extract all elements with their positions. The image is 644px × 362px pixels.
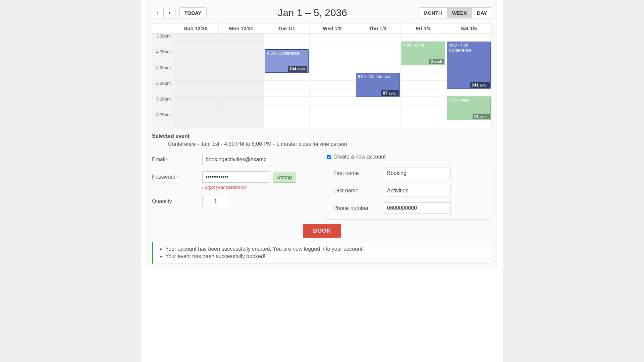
success-messages: Your account has been successfully creat…	[152, 242, 492, 264]
event-conference-thu[interactable]: 6:00 - Conference 87 avail.	[356, 73, 400, 97]
event-title: Conference	[449, 48, 489, 53]
day-col-thu[interactable]: 6:00 - Conference 87 avail.	[355, 34, 401, 128]
last-name-field[interactable]	[384, 185, 451, 196]
event-availability: 11 avail.	[473, 114, 490, 119]
phone-field[interactable]	[384, 202, 451, 214]
event-label: 6:00 - Conference	[358, 74, 390, 79]
hour-label: 7:30pm	[152, 97, 173, 112]
event-label: 7:30 - Wine	[449, 98, 469, 103]
calendar-grid: Sun 12/30 Mon 12/31 Tue 1/1 Wed 1/2 Thu …	[152, 23, 492, 128]
view-month-button[interactable]: MONTH	[419, 7, 447, 18]
phone-label: Phone number	[333, 205, 380, 211]
view-week-button[interactable]: WEEK	[447, 7, 472, 18]
day-header: Fri 1/4	[401, 23, 446, 33]
hour-label: 6:30pm	[152, 81, 173, 97]
day-header: Tue 1/1	[264, 23, 310, 33]
calendar-toolbar: ‹ › TODAY Jan 1 – 5, 2036 MONTH WEEK DAY	[152, 4, 492, 23]
next-button[interactable]: ›	[164, 7, 175, 18]
day-col-sun[interactable]	[173, 34, 219, 128]
selected-event-section: Selected event Conference - Jan, 1st - 4…	[152, 128, 492, 147]
event-wine-fri[interactable]: 4:00 - Wine 2 avail.	[401, 42, 445, 65]
day-col-fri[interactable]: 4:00 - Wine 2 avail.	[401, 34, 446, 128]
day-col-tue[interactable]: 4:30 - Conference 194 avail.	[264, 34, 310, 128]
day-header: Sun 12/30	[173, 23, 219, 33]
password-strength: Strong	[273, 172, 296, 183]
create-account-label: Create a new account	[333, 154, 386, 160]
create-account-checkbox[interactable]	[327, 155, 331, 159]
hour-label: 4:30pm	[152, 49, 173, 65]
new-account-box: First name Last name Phone number	[327, 162, 492, 220]
event-wine-sat[interactable]: 7:30 - Wine 11 avail.	[447, 97, 491, 120]
password-field[interactable]	[202, 171, 269, 183]
forgot-password-link[interactable]: Forgot your password?	[202, 185, 317, 190]
event-conference-sat[interactable]: 4:00 - 7:00 Conference 241 avail.	[447, 42, 491, 89]
book-button[interactable]: BOOK	[303, 224, 341, 238]
today-button[interactable]: TODAY	[179, 7, 207, 18]
first-name-field[interactable]	[384, 168, 451, 179]
event-label: 4:00 - Wine	[404, 43, 424, 48]
day-col-mon[interactable]	[219, 34, 264, 128]
quantity-stepper[interactable]	[202, 196, 229, 207]
view-day-button[interactable]: DAY	[472, 7, 492, 18]
event-availability: 87 avail.	[381, 90, 398, 96]
hour-label: 3:30pm	[152, 34, 173, 49]
create-account-toggle[interactable]: Create a new account	[327, 154, 492, 160]
time-gutter: 3:30pm 4:30pm 5:30pm 6:30pm 7:30pm 8:30p…	[152, 34, 173, 128]
hour-label: 5:30pm	[152, 65, 173, 81]
calendar-title: Jan 1 – 5, 2036	[211, 7, 415, 18]
day-header: Sat 1/5	[446, 23, 492, 33]
quantity-label: Quantity	[152, 198, 199, 204]
prev-button[interactable]: ‹	[152, 7, 164, 18]
event-time: 4:00 - 7:00	[449, 43, 468, 48]
last-name-label: Last name	[333, 188, 380, 194]
success-message: Your account has been successfully creat…	[165, 245, 486, 253]
event-conference-tue[interactable]: 4:30 - Conference 194 avail.	[265, 49, 309, 73]
event-availability: 194 avail.	[288, 66, 307, 72]
day-col-sat[interactable]: 4:00 - 7:00 Conference 241 avail. 7:30 -…	[446, 34, 492, 128]
event-label: 4:30 - Conference	[267, 51, 299, 56]
first-name-label: First name	[333, 170, 380, 176]
event-availability: 2 avail.	[429, 59, 444, 64]
day-header: Wed 1/2	[310, 23, 355, 33]
success-message: Your event has been successfully booked!	[165, 253, 486, 260]
selected-event-text: Conference - Jan, 1st - 4:30 PM to 6:00 …	[152, 139, 492, 147]
password-label: Password*	[152, 174, 199, 180]
day-col-wed[interactable]	[310, 34, 355, 128]
hour-label: 8:30pm	[152, 112, 173, 128]
chevron-left-icon: ‹	[157, 10, 159, 15]
event-availability: 241 avail.	[470, 82, 490, 88]
day-header: Mon 12/31	[219, 23, 264, 33]
email-label: Email*	[152, 157, 199, 163]
email-field[interactable]	[202, 154, 269, 165]
selected-event-heading: Selected event	[152, 133, 492, 139]
day-header: Thu 1/3	[355, 23, 401, 33]
chevron-right-icon: ›	[168, 10, 170, 15]
